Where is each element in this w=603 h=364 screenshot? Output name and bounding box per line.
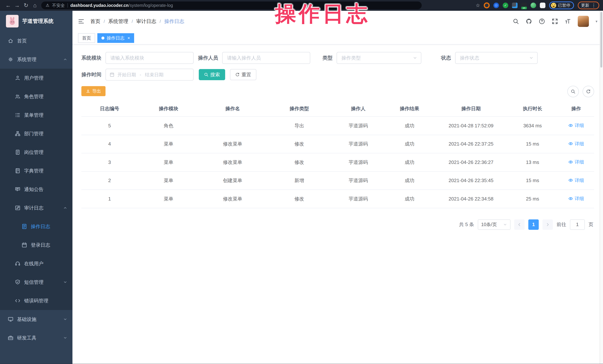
search-button[interactable]: 搜索 (199, 69, 225, 80)
url-path: /system/log/operate-log (128, 3, 173, 8)
sidebar-item-post-management[interactable]: 岗位管理 (0, 143, 72, 162)
tab-home[interactable]: 首页 (78, 33, 95, 43)
breadcrumb-item-audit-log[interactable]: 审计日志 (136, 18, 156, 25)
browser-menu-icon[interactable]: ⋮ (591, 3, 596, 8)
profile-paused-chip[interactable]: 已暂停 (549, 1, 574, 9)
sidebar-item-role-management[interactable]: 角色管理 (0, 87, 72, 106)
chevron-down-icon (63, 280, 67, 284)
sidebar-item-login-log[interactable]: 登录日志 (0, 236, 72, 254)
page-1-button[interactable]: 1 (528, 220, 539, 230)
extension-green-check-icon[interactable]: ✓ (503, 3, 508, 8)
reset-button[interactable]: 重置 (230, 69, 256, 80)
sidebar-item-label: 错误码管理 (24, 298, 48, 304)
sidebar-item-user-management[interactable]: 用户管理 (0, 69, 72, 87)
col-log-id: 日志编号 (81, 101, 138, 117)
home-icon (8, 38, 13, 44)
sidebar-item-audit-log[interactable]: 审计日志 (0, 199, 72, 217)
type-label: 类型 (323, 55, 333, 61)
toggle-search-button[interactable] (567, 86, 579, 97)
goto-page-input[interactable] (570, 220, 585, 230)
browser-back-button[interactable]: ← (4, 0, 13, 11)
sidebar-item-menu-management[interactable]: 菜单管理 (0, 106, 72, 124)
sidebar-submenu-system: 用户管理 角色管理 菜单管理 部门管理 (0, 69, 72, 310)
extensions-puzzle-icon[interactable] (540, 3, 545, 8)
detail-link[interactable]: 详细 (568, 177, 584, 183)
module-input[interactable] (105, 52, 194, 64)
sidebar-item-online-users[interactable]: 在线用户 (0, 254, 72, 273)
detail-link[interactable]: 详细 (568, 159, 584, 165)
browser-home-button[interactable]: ⌂ (30, 0, 39, 11)
sidebar-toggle-icon[interactable] (78, 18, 84, 24)
browser-chrome: ← → ↻ ⌂ ⚠ 不安全 dashboard.yudao.iocoder.cn… (0, 0, 603, 11)
browser-forward-button[interactable]: → (13, 0, 22, 11)
status-select[interactable]: 操作状态 (455, 52, 538, 64)
cell-actions: 详细 (558, 190, 594, 208)
eye-icon (568, 178, 573, 183)
breadcrumb-item-system[interactable]: 系统管理 (108, 18, 128, 25)
github-icon[interactable] (526, 18, 532, 24)
search-icon[interactable] (513, 18, 519, 24)
sidebar-item-home[interactable]: 首页 (0, 32, 72, 50)
monitor-icon (8, 317, 13, 322)
page-size-select[interactable]: 10条/页 (478, 220, 510, 230)
scrollbar-thumb[interactable] (600, 12, 602, 67)
cell-actions: 详细 (558, 153, 594, 172)
sidebar-item-notice-management[interactable]: 通知公告 (0, 180, 72, 199)
detail-link[interactable]: 详细 (568, 122, 584, 128)
sidebar-item-system-management[interactable]: 系统管理 (0, 50, 72, 69)
detail-link[interactable]: 详细 (568, 196, 584, 202)
operator-input[interactable] (222, 52, 310, 64)
eye-icon (568, 123, 573, 128)
extension-orange-icon[interactable] (484, 2, 490, 8)
download-icon (86, 89, 90, 93)
user-avatar[interactable] (578, 16, 589, 27)
extension-dark-on-icon[interactable]: on (521, 3, 527, 8)
sidebar-item-infrastructure[interactable]: 基础设施 (0, 310, 72, 329)
prev-page-button[interactable] (514, 220, 525, 230)
content: 系统模块 操作人员 类型 操作类型 (72, 44, 603, 364)
cell-result: 成功 (384, 135, 435, 153)
export-button[interactable]: 导出 (81, 86, 105, 96)
sidebar-item-label: 字典管理 (24, 168, 44, 174)
sidebar-item-sms-management[interactable]: 短信管理 (0, 273, 72, 291)
tab-operate-log[interactable]: 操作日志 × (97, 33, 134, 43)
chrome-update-button[interactable]: 更新 ⋮ (578, 1, 599, 9)
sidebar-item-operate-log[interactable]: 操作日志 (0, 217, 72, 236)
sidebar-item-label: 岗位管理 (24, 149, 44, 155)
detail-link[interactable]: 详细 (568, 141, 584, 147)
browser-reload-button[interactable]: ↻ (22, 0, 30, 11)
shield-icon (15, 279, 20, 285)
font-size-icon[interactable] (565, 18, 571, 24)
export-button-label: 导出 (92, 88, 101, 94)
extension-pin-icon[interactable] (493, 3, 499, 8)
breadcrumb-item-home[interactable]: 首页 (90, 18, 100, 25)
avatar-caret-down-icon[interactable]: ▾ (596, 19, 597, 23)
sidebar-menu: 首页 系统管理 用户管理 角色管理 (0, 32, 72, 347)
cell-result: 成功 (384, 117, 435, 135)
sidebar-item-label: 在线用户 (24, 260, 44, 267)
table-row: 5 角色 导出 芋道源码 成功 2021-04-28 17:52:09 3634… (81, 117, 594, 135)
sidebar-item-department-management[interactable]: 部门管理 (0, 124, 72, 143)
help-icon[interactable] (539, 18, 545, 24)
next-page-button[interactable] (543, 220, 553, 230)
cell-module: 菜单 (138, 135, 199, 153)
sidebar-item-label: 菜单管理 (24, 112, 44, 118)
cell-actions: 详细 (558, 117, 594, 135)
site-warning-icon[interactable]: ⚠ (46, 3, 49, 8)
col-date: 操作日期 (435, 101, 507, 117)
cell-operator: 芋道源码 (333, 117, 384, 135)
refresh-table-button[interactable] (583, 86, 594, 97)
bookmark-star-icon[interactable]: ☆ (476, 3, 480, 8)
tab-close-icon[interactable]: × (128, 35, 130, 41)
fullscreen-icon[interactable] (552, 18, 558, 24)
sidebar-item-dev-tools[interactable]: 研发工具 (0, 329, 72, 347)
sidebar-item-error-code-management[interactable]: 错误码管理 (0, 291, 72, 310)
app-header: 首页 / 系统管理 / 审计日志 / 操作日志 ▾ (72, 11, 603, 32)
sidebar-item-dict-management[interactable]: 字典管理 (0, 162, 72, 180)
table-tools (567, 86, 594, 97)
extension-sphere-icon[interactable] (531, 3, 536, 8)
extension-columns-icon[interactable] (512, 3, 518, 8)
date-range-picker[interactable]: 开始日期 - 结束日期 (105, 69, 194, 81)
address-bar[interactable]: ⚠ 不安全 dashboard.yudao.iocoder.cn/system/… (41, 1, 422, 9)
type-select[interactable]: 操作类型 (336, 52, 421, 64)
